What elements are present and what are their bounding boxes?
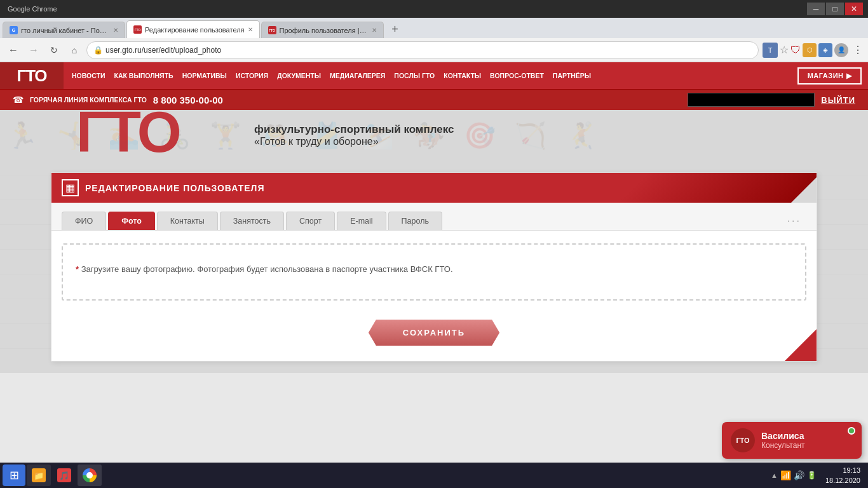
nav-link-novosti[interactable]: НОВОСТИ bbox=[67, 70, 110, 81]
nav-link-contacts[interactable]: КОНТАКТЫ bbox=[439, 70, 485, 81]
phone-icon: ☎ bbox=[13, 95, 24, 105]
chat-logo: ГТО bbox=[731, 428, 755, 452]
hotline-number: 8 800 350-00-00 bbox=[153, 95, 223, 105]
hero-big-gto: ГТО bbox=[76, 110, 179, 161]
minimize-btn[interactable]: ─ bbox=[807, 3, 825, 15]
shop-btn-container: МАГАЗИН ▶ bbox=[797, 67, 862, 85]
hero-area: 🏃 🤸 🏊 🚴 🏋️ 🤼 🎽 ⛷️ 🏇 🎯 🏹 🤾 ГТО физкультур… bbox=[0, 110, 868, 161]
taskbar-chevron-icon[interactable]: ▲ bbox=[771, 471, 778, 479]
tab-password[interactable]: Пароль bbox=[388, 212, 442, 230]
taskbar-volume-icon[interactable]: 🔊 bbox=[794, 470, 804, 480]
address-input[interactable] bbox=[105, 46, 752, 55]
site-nav: ГТО НОВОСТИ КАК ВЫПОЛНЯТЬ НОРМАТИВЫ ИСТО… bbox=[0, 62, 868, 89]
tab-employment[interactable]: Занятость bbox=[220, 212, 284, 230]
exit-btn[interactable]: ВЫЙТИ bbox=[821, 95, 855, 105]
tab2-close[interactable]: ✕ bbox=[248, 26, 253, 33]
taskbar-time: 19:13 bbox=[825, 465, 860, 476]
tab1-close[interactable]: ✕ bbox=[113, 27, 118, 34]
taskbar-sys-icons: ▲ 📶 🔊 🔋 bbox=[768, 470, 819, 480]
shop-label: МАГАЗИН bbox=[808, 72, 844, 79]
save-btn-row: СОХРАНИТЬ bbox=[51, 313, 817, 361]
tab3-favicon: ГТО bbox=[268, 26, 276, 34]
ext-star-icon[interactable]: ☆ bbox=[780, 44, 789, 56]
shop-btn[interactable]: МАГАЗИН ▶ bbox=[797, 67, 862, 85]
form-body: * Загрузите вашу фотографию. Фотография … bbox=[51, 231, 817, 313]
website-content: ГТО НОВОСТИ КАК ВЫПОЛНЯТЬ НОРМАТИВЫ ИСТО… bbox=[0, 62, 868, 463]
tab-3[interactable]: ГТО Профиль пользователя | ВФСК ... ✕ bbox=[261, 22, 384, 38]
ext-shield-icon[interactable]: 🛡 bbox=[790, 44, 801, 56]
hotline-label: ГОРЯЧАЯ ЛИНИЯ КОМПЛЕКСА ГТО bbox=[30, 96, 147, 104]
nav-link-docs[interactable]: ДОКУМЕНТЫ bbox=[273, 70, 325, 81]
taskbar-item-explorer[interactable]: 📁 bbox=[27, 464, 51, 486]
window-title: Google Chrome bbox=[8, 5, 57, 13]
forward-btn[interactable]: → bbox=[25, 42, 42, 58]
tab-fio[interactable]: ФИО bbox=[62, 212, 106, 230]
tab-email[interactable]: E-mail bbox=[337, 212, 386, 230]
hotline-bar: ☎ ГОРЯЧАЯ ЛИНИЯ КОМПЛЕКСА ГТО 8 800 350-… bbox=[0, 89, 868, 110]
tab1-label: гто личный кабинет - Поиск в ... bbox=[21, 27, 110, 34]
site-logo-text: ГТО bbox=[17, 66, 46, 86]
card-corner-triangle bbox=[785, 329, 817, 361]
ext-addon1-icon[interactable]: ⬡ bbox=[803, 43, 817, 57]
tab-contacts[interactable]: Контакты bbox=[157, 212, 218, 230]
title-bar: Google Chrome ─ □ ✕ bbox=[0, 0, 868, 18]
menu-btn[interactable]: ⋮ bbox=[853, 44, 863, 56]
site-logo-bg: ГТО bbox=[0, 62, 64, 89]
chat-name: Василиса bbox=[761, 431, 805, 441]
upload-instruction: Загрузите вашу фотографию. Фотография бу… bbox=[81, 264, 453, 274]
new-tab-btn[interactable]: + bbox=[386, 20, 404, 38]
taskbar-network-icon[interactable]: 📶 bbox=[780, 470, 791, 480]
lock-icon: 🔒 bbox=[93, 46, 103, 55]
required-star: * bbox=[76, 264, 81, 274]
chrome-icon bbox=[83, 468, 97, 482]
tab3-close[interactable]: ✕ bbox=[372, 27, 377, 34]
hero-subtitle1: физкультурно-спортивный комплекс bbox=[254, 123, 454, 136]
edit-icon: ▦ bbox=[62, 179, 79, 196]
nav-link-posly[interactable]: ПОСЛЫ ГТО bbox=[390, 70, 439, 81]
browser-window: Google Chrome ─ □ ✕ G гто личный кабинет… bbox=[0, 0, 868, 463]
chat-online-dot bbox=[848, 427, 855, 435]
nav-link-history[interactable]: ИСТОРИЯ bbox=[231, 70, 273, 81]
search-input[interactable] bbox=[688, 93, 815, 107]
tab-photo[interactable]: Фото bbox=[108, 212, 155, 230]
nav-link-normy[interactable]: НОРМАТИВЫ bbox=[178, 70, 231, 81]
nav-link-qa[interactable]: ВОПРОС-ОТВЕТ bbox=[485, 70, 548, 81]
edit-card: ▦ РЕДАКТИРОВАНИЕ ПОЛЬЗОВАТЕЛЯ ФИО Фото К… bbox=[51, 172, 817, 362]
tab1-favicon: G bbox=[10, 26, 18, 34]
taskbar-item-chrome[interactable] bbox=[78, 464, 102, 486]
nav-link-media[interactable]: МЕДИАГАЛЕРЕЯ bbox=[325, 70, 390, 81]
taskbar-battery-icon[interactable]: 🔋 bbox=[807, 471, 817, 480]
chat-widget[interactable]: ГТО Василиса Консультант bbox=[722, 422, 862, 459]
chat-info: Василиса Консультант bbox=[761, 431, 805, 450]
maximize-btn[interactable]: □ bbox=[826, 3, 844, 15]
nav-link-kak[interactable]: КАК ВЫПОЛНЯТЬ bbox=[110, 70, 178, 81]
taskbar-icon2: 🎵 bbox=[57, 468, 71, 482]
start-btn[interactable]: ⊞ bbox=[3, 464, 25, 486]
tab-1[interactable]: G гто личный кабинет - Поиск в ... ✕ bbox=[3, 22, 125, 38]
nav-links-container: НОВОСТИ КАК ВЫПОЛНЯТЬ НОРМАТИВЫ ИСТОРИЯ … bbox=[64, 70, 797, 81]
main-content: ▦ РЕДАКТИРОВАНИЕ ПОЛЬЗОВАТЕЛЯ ФИО Фото К… bbox=[0, 161, 868, 373]
nav-link-partners[interactable]: ПАРТНЁРЫ bbox=[548, 70, 595, 81]
save-btn[interactable]: СОХРАНИТЬ bbox=[369, 320, 499, 346]
taskbar: ⊞ 📁 🎵 ▲ 📶 🔊 🔋 19:13 18.12.2020 bbox=[0, 463, 868, 488]
ext-translate-icon[interactable]: T bbox=[763, 43, 778, 58]
home-btn[interactable]: ⌂ bbox=[66, 42, 83, 58]
ext-addon3-icon[interactable]: 👤 bbox=[834, 43, 848, 57]
tab-dots: ··· bbox=[787, 215, 806, 227]
reload-btn[interactable]: ↻ bbox=[46, 42, 62, 58]
ext-addon2-icon[interactable]: ◈ bbox=[818, 43, 832, 57]
tab2-favicon: ГТО bbox=[133, 25, 142, 34]
edit-card-header: ▦ РЕДАКТИРОВАНИЕ ПОЛЬЗОВАТЕЛЯ bbox=[51, 173, 817, 203]
tab-2[interactable]: ГТО Редактирование пользователя ✕ bbox=[126, 20, 260, 38]
close-btn[interactable]: ✕ bbox=[845, 3, 863, 15]
tab2-label: Редактирование пользователя bbox=[145, 26, 245, 34]
browser-ext-icons: T ☆ 🛡 ⬡ ◈ 👤 ⋮ bbox=[763, 43, 863, 58]
tab-sport[interactable]: Спорт bbox=[286, 212, 335, 230]
taskbar-item-task2[interactable]: 🎵 bbox=[52, 464, 76, 486]
taskbar-clock: 19:13 18.12.2020 bbox=[820, 465, 865, 486]
back-btn[interactable]: ← bbox=[5, 42, 22, 58]
address-bar-row: ← → ↻ ⌂ 🔒 T ☆ 🛡 ⬡ ◈ 👤 ⋮ bbox=[0, 38, 868, 62]
tab3-label: Профиль пользователя | ВФСК ... bbox=[280, 27, 369, 34]
chat-role: Консультант bbox=[761, 441, 805, 450]
tabs-bar: G гто личный кабинет - Поиск в ... ✕ ГТО… bbox=[0, 18, 868, 38]
